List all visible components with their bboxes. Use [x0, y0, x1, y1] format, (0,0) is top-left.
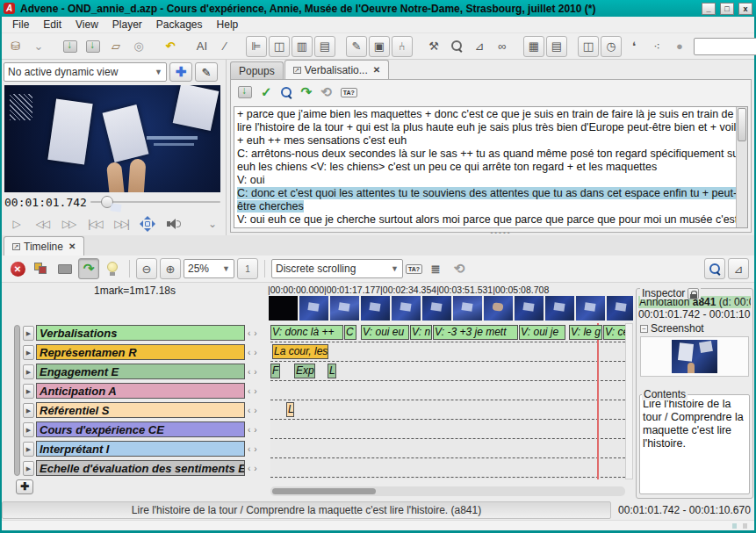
close-tab-icon[interactable]: ✕ [373, 65, 380, 75]
previous-button[interactable]: |◁◁ [83, 214, 106, 234]
expand-track-button[interactable]: ▶ [23, 403, 34, 418]
zoom-level-select[interactable]: 25% ▼ [184, 259, 234, 278]
volume-button[interactable] [162, 214, 185, 234]
expand-track-button[interactable]: ▶ [23, 442, 34, 457]
footprints-button[interactable]: ⁖ [646, 36, 667, 57]
navigate-button[interactable] [136, 214, 159, 234]
text-annotation-button[interactable]: AI [191, 36, 212, 57]
display-options-button[interactable] [31, 258, 52, 279]
annotation-block[interactable]: L [286, 402, 294, 417]
timeline-search-button[interactable] [704, 258, 725, 279]
track-scroll-button[interactable]: › [253, 386, 257, 396]
lock-icon[interactable] [688, 288, 699, 299]
track-scroll-button[interactable]: ‹ [247, 464, 251, 473]
annotation-block[interactable]: C [344, 325, 356, 340]
annotation-block[interactable]: V: le g [569, 325, 602, 340]
transcript-search-icon[interactable] [281, 87, 292, 98]
save-as-button[interactable] [83, 36, 104, 57]
transcript-text[interactable]: + parce que j'aime bien les maquettes + … [234, 106, 748, 228]
track-scroll-button[interactable]: ‹ [247, 367, 251, 377]
canvas-hscrollbar[interactable] [270, 486, 625, 496]
tree-view-button[interactable]: ⊫ [246, 36, 267, 57]
annotation-block[interactable]: V: -3 +3 je mett [433, 325, 518, 340]
player-more-button[interactable]: ⌄ [201, 214, 224, 234]
menu-player[interactable]: Player [105, 17, 149, 32]
annotation-block[interactable]: V: donc là ++ [270, 325, 343, 340]
binoculars-button[interactable]: ∞ [492, 36, 513, 57]
track-label[interactable]: Echelle d'évaluation des sentiments EES [36, 460, 245, 476]
foot-button[interactable]: ❛ [623, 36, 644, 57]
video-frame[interactable] [4, 85, 220, 192]
search-small-button[interactable] [446, 36, 467, 57]
draw-annotation-button[interactable]: ∕ [214, 36, 235, 57]
timestamp-toggle-icon[interactable]: TA? [406, 264, 422, 274]
forward-button[interactable]: ▷▷ [57, 214, 80, 234]
track-label[interactable]: Interprétant I [36, 441, 245, 457]
folder-button[interactable]: ▱ [105, 36, 126, 57]
track-scroll-button[interactable]: › [253, 367, 257, 377]
menu-edit[interactable]: Edit [36, 17, 68, 32]
track-scroll-button[interactable]: ‹ [247, 386, 251, 396]
legend-scrollbar[interactable] [14, 325, 20, 476]
save-button[interactable] [60, 36, 81, 57]
track-scroll-button[interactable]: ‹ [247, 444, 251, 454]
web-grid-button[interactable]: ▦ [523, 36, 544, 57]
dynamic-view-select[interactable]: No active dynamic view ▼ [4, 62, 167, 82]
canvas-vscrollbar[interactable] [625, 323, 633, 479]
refresh-timeline-button[interactable]: ⟲ [449, 258, 470, 279]
refresh-icon[interactable]: ⟲ [320, 84, 332, 100]
add-view-button[interactable]: ✚ [169, 62, 192, 82]
undo-button[interactable]: ↶ [160, 36, 181, 57]
track-scroll-button[interactable]: › [253, 406, 257, 415]
collapse-icon[interactable]: − [640, 325, 648, 333]
rewind-button[interactable]: ◁◁ [31, 214, 54, 234]
annotation-block[interactable]: V: ce [603, 325, 625, 340]
tab-timeline[interactable]: ↗ Timeline ✕ [4, 236, 84, 256]
follow-playhead-button[interactable]: ↷ [78, 258, 99, 279]
play-button[interactable]: ▷ [4, 214, 27, 234]
next-button[interactable]: ▷▷| [110, 214, 133, 234]
playhead[interactable] [597, 323, 599, 479]
selection-button[interactable] [54, 258, 76, 279]
track-label[interactable]: Engagement E [36, 364, 245, 379]
track-label[interactable]: Référentiel S [36, 402, 245, 418]
track-label[interactable]: Anticipation A [36, 383, 245, 399]
align-button[interactable]: ≣ [425, 258, 446, 279]
highlight-button[interactable] [102, 258, 123, 279]
track-scroll-button[interactable]: ‹ [247, 425, 251, 435]
track-scroll-button[interactable]: ‹ [247, 406, 251, 415]
track-scroll-button[interactable]: › [253, 348, 257, 357]
menu-view[interactable]: View [68, 17, 105, 32]
redo-icon[interactable]: ↷ [301, 84, 313, 100]
annotation-block[interactable]: Exp [294, 364, 315, 378]
annotation-block[interactable]: F [270, 364, 280, 378]
track-label[interactable]: Représentamen R [36, 344, 245, 360]
add-annotation-type-button[interactable]: ✚ [16, 479, 33, 494]
close-timeline-button[interactable]: ✕ [7, 258, 28, 279]
expand-track-button[interactable]: ▶ [23, 461, 34, 476]
maximize-button[interactable]: □ [720, 3, 734, 15]
hierarchy-view-button[interactable]: ⑃ [392, 36, 413, 57]
expand-track-button[interactable]: ▶ [23, 326, 34, 341]
annotation-canvas[interactable]: V: donc là ++CV: oui euV: nV: -3 +3 je m… [270, 323, 625, 479]
quick-edit-button[interactable]: ⊿ [728, 258, 749, 279]
annotation-block[interactable]: L [328, 364, 336, 378]
activity-button[interactable]: ⚒ [423, 36, 444, 57]
menu-packages[interactable]: Packages [149, 17, 210, 32]
save-transcription-icon[interactable] [238, 86, 252, 98]
zoom-in-button[interactable]: ⊕ [160, 258, 181, 279]
menu-help[interactable]: Help [210, 17, 246, 32]
note-list-button[interactable]: ▤ [546, 36, 567, 57]
time-ruler[interactable]: |00:00:00.000|00:01:17.177|00:02:34.354|… [268, 285, 633, 296]
close-tab-icon[interactable]: ✕ [68, 241, 76, 251]
annotation-block[interactable]: La cour, les [272, 344, 328, 359]
columns-view-button[interactable]: ▥ [292, 36, 313, 57]
track-scroll-button[interactable]: › [253, 425, 257, 435]
tab-popups[interactable]: Popups [230, 61, 284, 79]
record-button[interactable]: ● [669, 36, 690, 57]
annotation-block[interactable]: V: oui je [519, 325, 565, 340]
track-scroll-button[interactable]: › [253, 444, 257, 454]
seek-slider[interactable] [90, 196, 224, 208]
scroll-mode-select[interactable]: Discrete scrolling ▼ [271, 259, 403, 278]
validate-icon[interactable]: ✓ [261, 84, 272, 100]
